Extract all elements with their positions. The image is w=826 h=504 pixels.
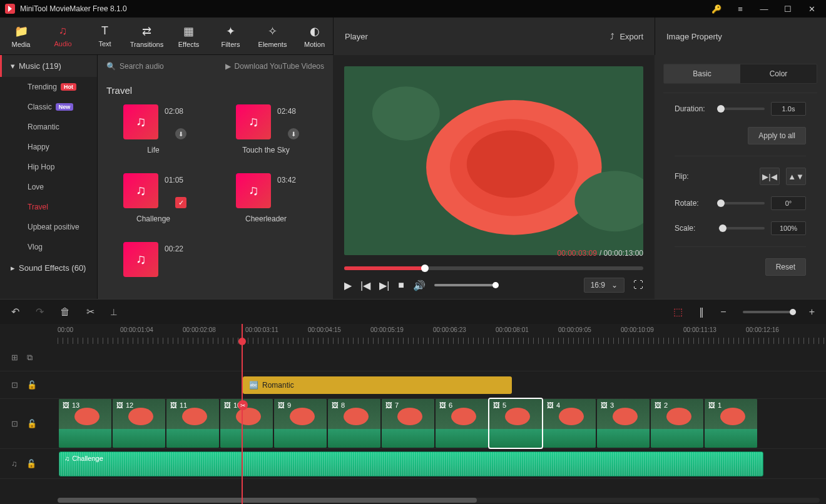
lock-icon[interactable]: 🔓: [27, 380, 37, 390]
delete-button[interactable]: 🗑: [60, 306, 70, 318]
split-button[interactable]: ✂: [86, 306, 94, 318]
split-marker-icon[interactable]: ✂: [238, 400, 248, 410]
reset-button[interactable]: Reset: [765, 258, 806, 276]
sidebar-item-love[interactable]: Love: [0, 177, 97, 197]
scale-value[interactable]: 100%: [771, 221, 806, 235]
stop-button[interactable]: ■: [398, 280, 404, 291]
scale-slider[interactable]: [718, 227, 765, 229]
audio-item[interactable]: ♫02:48⬇Touch the Sky: [219, 104, 313, 154]
video-clip[interactable]: 🖼2: [651, 399, 703, 448]
sidebar-item-trending[interactable]: TrendingHot: [0, 77, 97, 97]
sidebar-item-travel[interactable]: Travel: [0, 197, 97, 217]
zoom-slider[interactable]: [743, 311, 793, 313]
image-icon: 🖼: [278, 401, 285, 409]
tool-tab-elements[interactable]: ✧Elements: [252, 18, 293, 54]
tool-tab-motion[interactable]: ◐Motion: [293, 18, 335, 54]
flip-vertical-button[interactable]: ▲▼: [786, 168, 806, 185]
search-icon: 🔍: [106, 62, 116, 71]
minimize-button[interactable]: —: [755, 3, 773, 15]
audio-item[interactable]: ♫01:05✓Challenge: [106, 173, 200, 223]
seek-bar[interactable]: [344, 266, 643, 270]
redo-button[interactable]: ↷: [36, 306, 44, 318]
audio-item[interactable]: ♫03:42Cheerleader: [219, 173, 313, 223]
video-clip[interactable]: 🖼11: [166, 399, 219, 448]
add-track-icon[interactable]: ⊞: [11, 353, 18, 362]
aspect-ratio-select[interactable]: 16:9 ⌄: [584, 278, 625, 293]
rotate-slider[interactable]: [718, 202, 765, 204]
zoom-out-button[interactable]: −: [720, 306, 726, 318]
video-clip[interactable]: 🖼6: [436, 399, 488, 448]
playhead[interactable]: [242, 324, 243, 504]
lock-icon[interactable]: 🔓: [26, 459, 36, 468]
flip-horizontal-button[interactable]: ▶|◀: [760, 168, 780, 185]
download-icon[interactable]: ⬇: [175, 128, 186, 139]
upgrade-key-icon[interactable]: 🔑: [707, 3, 726, 15]
crop-button[interactable]: ⟂: [111, 306, 117, 318]
video-preview[interactable]: [344, 66, 643, 255]
tool-tab-text[interactable]: TText: [84, 18, 126, 54]
text-clip[interactable]: 🔤 Romantic: [243, 376, 512, 394]
tool-tab-effects[interactable]: ▦Effects: [168, 18, 210, 54]
duration-slider[interactable]: [718, 108, 765, 110]
maximize-button[interactable]: ☐: [778, 3, 797, 15]
tab-basic[interactable]: Basic: [664, 64, 740, 83]
video-clip[interactable]: 🖼4: [543, 399, 596, 448]
video-clip[interactable]: 🖼12: [113, 399, 165, 448]
video-clip[interactable]: 🖼3: [597, 399, 650, 448]
sidebar-item-vlog[interactable]: Vlog: [0, 237, 97, 257]
music-icon: ♫: [123, 173, 158, 208]
tab-color[interactable]: Color: [740, 64, 817, 83]
sidebar-music-label: Music (119): [19, 61, 61, 71]
audio-clip[interactable]: ♫Challenge: [59, 451, 763, 476]
rotate-label: Rotate:: [675, 199, 712, 208]
timeline: 00:0000:00:01:0400:00:02:0800:00:03:1100…: [0, 324, 826, 504]
export-button[interactable]: ⤴ Export: [610, 32, 643, 41]
volume-icon[interactable]: 🔊: [413, 280, 426, 291]
lock-icon[interactable]: 🔓: [27, 419, 37, 428]
sidebar-item-upbeat-positive[interactable]: Upbeat positive: [0, 217, 97, 237]
video-clip[interactable]: 🖼8: [328, 399, 380, 448]
search-audio-input[interactable]: 🔍 Search audio: [106, 62, 219, 71]
duration-value[interactable]: 1.0s: [771, 102, 806, 116]
timeline-ruler[interactable]: 00:0000:00:01:0400:00:02:0800:00:03:1100…: [58, 324, 826, 344]
prev-frame-button[interactable]: |◀: [360, 280, 370, 291]
sidebar-section-music[interactable]: ▾ Music (119): [0, 55, 97, 77]
audio-item[interactable]: ♫00:22: [106, 242, 200, 283]
apply-to-all-button[interactable]: Apply to all: [748, 127, 806, 144]
video-clip[interactable]: 🖼13: [59, 399, 111, 448]
video-clip[interactable]: 🖼9: [274, 399, 327, 448]
audio-item[interactable]: ♫02:08⬇Life: [106, 104, 200, 154]
play-button[interactable]: ▶: [344, 280, 352, 291]
properties-panel: Image Property Basic Color Duration: 1.0…: [655, 55, 826, 299]
ruler-mark: 00:00:03:11: [245, 326, 278, 333]
video-clip[interactable]: 🖼1: [705, 399, 757, 448]
sidebar-item-hip-hop[interactable]: Hip Hop: [0, 157, 97, 177]
fullscreen-button[interactable]: ⛶: [633, 280, 643, 291]
magnet-icon[interactable]: ⬚: [673, 306, 683, 318]
undo-button[interactable]: ↶: [11, 306, 19, 318]
close-button[interactable]: ✕: [802, 3, 821, 15]
next-frame-button[interactable]: ▶|: [379, 280, 389, 291]
tool-tab-audio[interactable]: ♫Audio: [42, 18, 84, 54]
volume-slider[interactable]: [434, 284, 497, 286]
download-youtube-link[interactable]: ▶ Download YouTube Videos: [225, 62, 324, 71]
menu-icon[interactable]: ≡: [731, 3, 750, 15]
sidebar-item-classic[interactable]: ClassicNew: [0, 97, 97, 117]
timeline-scrollbar[interactable]: [58, 498, 820, 503]
copy-track-icon[interactable]: ⧉: [27, 353, 33, 363]
sidebar-item-romantic[interactable]: Romantic: [0, 117, 97, 137]
scale-label: Scale:: [675, 224, 712, 233]
tool-tab-media[interactable]: 📁Media: [0, 18, 42, 54]
video-clip[interactable]: 🖼7: [382, 399, 434, 448]
tool-tab-filters[interactable]: ✦Filters: [210, 18, 252, 54]
download-icon[interactable]: ⬇: [288, 128, 299, 139]
transitions-icon: ⇄: [142, 24, 151, 38]
zoom-in-button[interactable]: +: [809, 306, 815, 318]
sidebar-item-happy[interactable]: Happy: [0, 137, 97, 157]
sidebar-section-sfx[interactable]: ▸ Sound Effects (60): [0, 257, 97, 279]
track-opts-icon[interactable]: ‖: [699, 306, 704, 318]
video-clip[interactable]: 🖼5: [489, 399, 542, 448]
text-icon: 🔤: [249, 381, 258, 390]
tool-tab-transitions[interactable]: ⇄Transitions: [126, 18, 168, 54]
rotate-value[interactable]: 0°: [771, 196, 806, 210]
